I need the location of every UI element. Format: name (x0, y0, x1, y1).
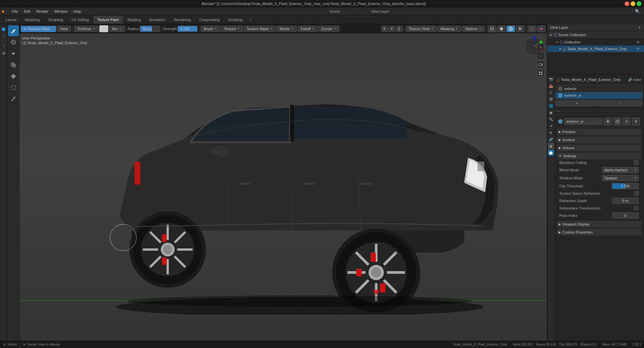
3d-viewport[interactable]: User Perspective (1) Tesla_Model_X_Plaid… (19, 33, 547, 348)
xyz-toggle-z[interactable]: Z (396, 26, 403, 32)
world-props-icon[interactable]: 🌐 (548, 103, 554, 109)
strength-value-field[interactable]: 1.000 (177, 26, 197, 32)
menu-help[interactable]: Help (71, 9, 84, 14)
screen-space-refraction-checkbox[interactable] (634, 191, 639, 196)
remove-material-slot-btn[interactable]: − (599, 100, 643, 106)
tab-compositing[interactable]: Compositing (195, 16, 224, 24)
prop-link-icon[interactable]: 🔗 (628, 78, 632, 82)
outliner-object[interactable]: ▶ △ Tesla_Model_X_Plaid_Exterior_Only 👁 (547, 46, 644, 52)
tab-animation[interactable]: Animation (145, 16, 170, 24)
radius-value-field[interactable]: 50 px (140, 26, 160, 32)
zoom-out-button[interactable]: − (537, 52, 544, 60)
fill-tool-button[interactable] (8, 71, 19, 82)
cursor-button[interactable]: Cursor ▼ (318, 26, 339, 32)
search-icon[interactable]: 🔍 (635, 9, 640, 14)
mode-dropdown[interactable]: ✏ Texture Paint ▼ (21, 26, 56, 32)
modifier-props-icon[interactable]: 🔧 (548, 116, 554, 122)
xyz-toggle-x[interactable]: X (381, 26, 388, 32)
viewport-display-header[interactable]: ▶ Viewport Display (557, 221, 641, 228)
overlay-toggle[interactable] (528, 25, 536, 32)
active-material-name-btn[interactable]: exterior_w (564, 118, 602, 125)
eye-icon[interactable]: 👁 (636, 40, 640, 44)
transform-icon[interactable]: ↕ (0, 42, 7, 49)
material-slot-exterior-w[interactable]: exterior_w (556, 92, 642, 99)
data-props-icon[interactable]: ◆ (548, 143, 554, 149)
texture-mask-button[interactable]: Texture Mask ▼ (244, 26, 275, 32)
menu-edit[interactable]: Edit (21, 9, 33, 14)
add-material-slot-btn[interactable]: + (555, 100, 599, 106)
tex-draw-button[interactable]: TexDraw ▼ (74, 26, 98, 32)
texture-slots-button[interactable]: Texture Slots ▼ (406, 26, 437, 32)
grid-toggle-button[interactable] (537, 70, 544, 77)
menu-file[interactable]: File (9, 9, 21, 14)
soften-tool-button[interactable] (8, 37, 19, 48)
constraint-props-icon[interactable]: 🔗 (548, 136, 554, 142)
options-button[interactable]: Options ▼ (462, 26, 485, 32)
mask-tool-button[interactable] (8, 82, 19, 93)
material-slot-exterior[interactable]: exterior (556, 85, 642, 92)
clone-tool-button[interactable] (8, 60, 19, 70)
viewport-shading-rendered[interactable] (516, 25, 525, 32)
cursor-icon[interactable]: ⊕ (0, 50, 7, 57)
menu-render[interactable]: Render (33, 9, 51, 14)
refraction-depth-value-field[interactable]: 0 m (612, 198, 639, 204)
brush-menu-button[interactable]: Brush ▼ (200, 26, 220, 32)
volume-section-header[interactable]: ▶ Volume (557, 145, 641, 151)
falloff-button[interactable]: Falloff ▼ (298, 26, 318, 32)
render-props-icon[interactable]: 📷 (548, 76, 554, 82)
blend-mode-dropdown[interactable]: Alpha Hashed ▼ (602, 167, 639, 173)
tab-layout[interactable]: Layout (1, 16, 20, 24)
masking-button[interactable]: Masking ▼ (437, 26, 461, 32)
surface-section-header[interactable]: ▶ Surface (557, 137, 641, 143)
material-props-icon[interactable]: ⬤ (548, 150, 554, 156)
custom-props-header[interactable]: ▶ Custom Properties (557, 229, 641, 236)
view-camera-button[interactable] (537, 61, 544, 68)
viewport-shading-solid[interactable] (497, 25, 506, 32)
preview-section-header[interactable]: ▶ Preview (557, 128, 641, 135)
scene-props-icon[interactable]: 🎬 (548, 96, 554, 102)
filter-icon[interactable]: ▼ (638, 26, 641, 29)
material-delete-btn[interactable]: ✕ (623, 117, 631, 125)
smear-tool-button[interactable] (8, 48, 19, 59)
settings-section-header[interactable]: ▼ Settings (557, 153, 641, 159)
view-menu-button[interactable]: View (57, 26, 71, 32)
physics-props-icon[interactable]: ⚙ (548, 129, 554, 136)
tab-modeling[interactable]: Modeling (21, 16, 44, 24)
xyz-toggle-y[interactable]: Y (389, 26, 395, 32)
blend-mode-button[interactable]: Mix ▼ (109, 26, 125, 32)
tab-scripting[interactable]: Scripting (224, 16, 246, 24)
subsurface-translucency-checkbox[interactable] (634, 206, 639, 210)
viewport-shading-wire[interactable] (488, 25, 496, 32)
pass-index-value-field[interactable]: 0 (612, 212, 639, 219)
viewport-shading-icon[interactable]: □ (0, 33, 7, 39)
draw-tool-button[interactable] (8, 25, 19, 36)
view-layer-props-icon[interactable]: 🗋 (548, 89, 554, 95)
maximize-button[interactable]: □ (637, 1, 641, 6)
shadow-mode-dropdown[interactable]: Opaque ▼ (602, 175, 639, 181)
zoom-in-button[interactable]: + (537, 44, 544, 51)
minimize-button[interactable]: − (631, 1, 635, 6)
output-props-icon[interactable]: 📤 (548, 83, 554, 89)
stroke-button[interactable]: Stroke ▼ (276, 26, 297, 32)
tab-uv-editing[interactable]: UV Editing (68, 16, 93, 24)
object-props-icon[interactable]: ▣ (548, 109, 554, 115)
tab-texture-paint[interactable]: Texture Paint (93, 16, 123, 24)
mode-select-icon[interactable]: ⬤ (0, 25, 7, 32)
gizmo-toggle[interactable] (537, 25, 546, 32)
material-new-btn[interactable] (604, 117, 612, 125)
tab-sculpting[interactable]: Sculpting (44, 16, 67, 24)
texture-menu-button[interactable]: Texture ▼ (221, 26, 243, 32)
menu-window[interactable]: Window (52, 9, 70, 14)
outliner-collection[interactable]: ▼ ⬡ Collection 👁 (547, 39, 644, 46)
tab-rendering[interactable]: Rendering (170, 16, 195, 24)
material-settings-btn[interactable]: ▼ (632, 117, 640, 125)
close-button[interactable]: ✕ (625, 1, 629, 6)
add-workspace-button[interactable]: + (247, 17, 254, 23)
annotate-tool-button[interactable] (8, 94, 19, 104)
eye-icon2[interactable]: 👁 (636, 47, 640, 51)
viewport-shading-lpe[interactable] (506, 25, 515, 32)
particles-props-icon[interactable]: ✦ (548, 123, 554, 129)
material-copy-btn[interactable] (613, 117, 621, 125)
backface-culling-checkbox[interactable] (634, 160, 639, 165)
blender-logo-icon[interactable]: ● (1, 8, 5, 14)
